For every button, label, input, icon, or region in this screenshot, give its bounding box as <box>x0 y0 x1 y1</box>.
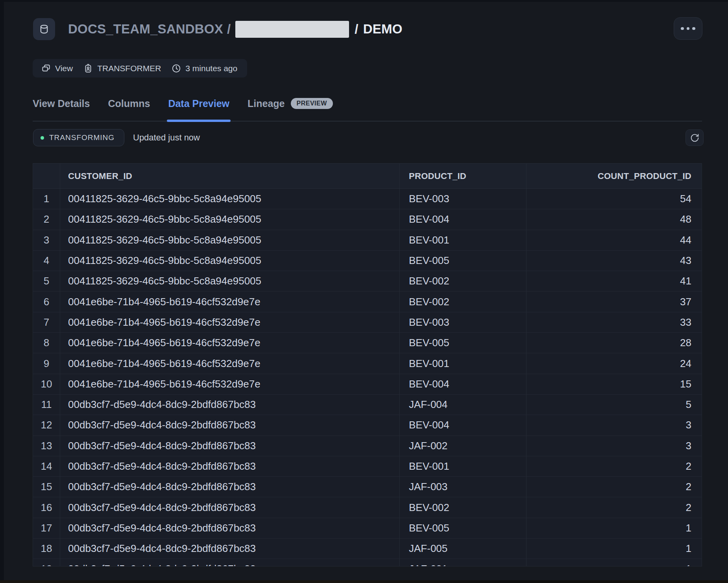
tab-label: Columns <box>108 98 150 109</box>
row-number-cell: 4 <box>33 251 60 271</box>
table-row: 17 00db3cf7-d5e9-4dc4-8dc9-2bdfd867bc83 … <box>33 518 702 539</box>
product-id-cell: BEV-001 <box>399 230 526 250</box>
tab-label: Lineage <box>248 98 285 109</box>
product-id-cell: BEV-002 <box>399 497 526 517</box>
refresh-button[interactable] <box>686 129 704 146</box>
count-cell: 2 <box>526 497 702 517</box>
clock-icon <box>171 63 181 74</box>
meta-item-object-type: View <box>41 63 73 74</box>
column-header-row-number <box>33 164 60 188</box>
product-id-cell: BEV-002 <box>399 271 526 291</box>
column-header-product-id: PRODUCT_ID <box>399 164 526 188</box>
product-id-cell: BEV-003 <box>399 312 526 332</box>
grid-body: 1 00411825-3629-46c5-9bbc-5c8a94e95005 B… <box>33 189 702 566</box>
customer-id-cell: 00db3cf7-d5e9-4dc4-8dc9-2bdfd867bc83 <box>60 559 399 566</box>
ellipsis-icon <box>681 27 695 30</box>
table-row: 6 0041e6be-71b4-4965-b619-46cf532d9e7e B… <box>33 292 702 312</box>
refresh-icon <box>690 133 700 143</box>
tab-view-details[interactable]: View Details <box>33 97 90 110</box>
product-id-cell: BEV-005 <box>399 518 526 538</box>
meta-item-created: 3 minutes ago <box>171 63 237 74</box>
table-row: 13 00db3cf7-d5e9-4dc4-8dc9-2bdfd867bc83 … <box>33 436 702 456</box>
row-number-cell: 5 <box>33 271 60 291</box>
count-cell: 44 <box>526 230 702 250</box>
customer-id-cell: 00411825-3629-46c5-9bbc-5c8a94e95005 <box>60 230 399 250</box>
table-row: 7 0041e6be-71b4-4965-b619-46cf532d9e7e B… <box>33 312 702 333</box>
customer-id-cell: 00411825-3629-46c5-9bbc-5c8a94e95005 <box>60 271 399 291</box>
breadcrumb-database: DOCS_TEAM_SANDBOX <box>68 22 223 37</box>
more-actions-button[interactable] <box>674 17 702 40</box>
count-cell: 37 <box>526 292 702 312</box>
product-id-cell: BEV-004 <box>399 209 526 229</box>
meta-bar: View TRANSFORMER 3 minutes ago <box>33 59 247 77</box>
row-number-cell: 9 <box>33 353 60 373</box>
row-number-cell: 8 <box>33 333 60 353</box>
tab-label: Data Preview <box>168 98 229 109</box>
row-number-cell: 17 <box>33 518 60 538</box>
layers-icon <box>41 63 51 74</box>
row-number-cell: 11 <box>33 395 60 415</box>
product-id-cell: JAF-005 <box>399 539 526 559</box>
count-cell: 33 <box>526 312 702 332</box>
row-number-cell: 16 <box>33 497 60 517</box>
table-row: 2 00411825-3629-46c5-9bbc-5c8a94e95005 B… <box>33 209 702 230</box>
row-number-cell: 14 <box>33 456 60 476</box>
customer-id-cell: 0041e6be-71b4-4965-b619-46cf532d9e7e <box>60 353 399 373</box>
count-cell: 1 <box>526 539 702 559</box>
status-badge: TRANSFORMING <box>33 129 124 146</box>
count-cell: 5 <box>526 395 702 415</box>
customer-id-cell: 00db3cf7-d5e9-4dc4-8dc9-2bdfd867bc83 <box>60 456 399 476</box>
tab-columns[interactable]: Columns <box>108 97 150 110</box>
tab-bar: View Details Columns Data Preview Lineag… <box>33 97 702 121</box>
product-id-cell: BEV-002 <box>399 292 526 312</box>
table-row: 11 00db3cf7-d5e9-4dc4-8dc9-2bdfd867bc83 … <box>33 395 702 415</box>
row-number-cell: 18 <box>33 539 60 559</box>
customer-id-cell: 00411825-3629-46c5-9bbc-5c8a94e95005 <box>60 251 399 271</box>
row-number-cell: 6 <box>33 292 60 312</box>
table-row: 3 00411825-3629-46c5-9bbc-5c8a94e95005 B… <box>33 230 702 251</box>
row-number-cell: 1 <box>33 189 60 209</box>
row-number-cell: 10 <box>33 374 60 394</box>
window-edge-bottom <box>0 580 728 583</box>
meta-item-role: TRANSFORMER <box>83 63 161 74</box>
customer-id-cell: 00db3cf7-d5e9-4dc4-8dc9-2bdfd867bc83 <box>60 436 399 456</box>
count-cell: 3 <box>526 436 702 456</box>
count-cell: 1 <box>526 518 702 538</box>
row-number-cell: 19 <box>33 559 60 566</box>
table-row: 1 00411825-3629-46c5-9bbc-5c8a94e95005 B… <box>33 189 702 209</box>
row-number-cell: 12 <box>33 415 60 435</box>
table-row: 5 00411825-3629-46c5-9bbc-5c8a94e95005 B… <box>33 271 702 292</box>
tab-lineage[interactable]: Lineage PREVIEW <box>248 97 333 110</box>
tab-data-preview[interactable]: Data Preview <box>168 97 229 110</box>
customer-id-cell: 00db3cf7-d5e9-4dc4-8dc9-2bdfd867bc83 <box>60 477 399 497</box>
row-number-cell: 2 <box>33 209 60 229</box>
status-label: TRANSFORMING <box>49 133 115 142</box>
breadcrumb: DOCS_TEAM_SANDBOX / / DEMO <box>68 18 403 40</box>
grid-header: CUSTOMER_ID PRODUCT_ID COUNT_PRODUCT_ID <box>33 164 702 189</box>
count-cell: 28 <box>526 333 702 353</box>
customer-id-cell: 0041e6be-71b4-4965-b619-46cf532d9e7e <box>60 333 399 353</box>
row-number-cell: 15 <box>33 477 60 497</box>
row-number-cell: 3 <box>33 230 60 250</box>
customer-id-cell: 00db3cf7-d5e9-4dc4-8dc9-2bdfd867bc83 <box>60 539 399 559</box>
table-row: 15 00db3cf7-d5e9-4dc4-8dc9-2bdfd867bc83 … <box>33 477 702 497</box>
product-id-cell: BEV-001 <box>399 353 526 373</box>
count-cell: 41 <box>526 271 702 291</box>
window-edge-top <box>0 0 728 2</box>
count-cell: 2 <box>526 477 702 497</box>
data-grid[interactable]: CUSTOMER_ID PRODUCT_ID COUNT_PRODUCT_ID … <box>33 163 702 566</box>
product-id-cell: JAF-002 <box>399 436 526 456</box>
breadcrumb-separator: / <box>355 22 358 37</box>
customer-id-cell: 00db3cf7-d5e9-4dc4-8dc9-2bdfd867bc83 <box>60 415 399 435</box>
count-cell: 1 <box>526 559 702 566</box>
table-row: 14 00db3cf7-d5e9-4dc4-8dc9-2bdfd867bc83 … <box>33 456 702 477</box>
table-row: 18 00db3cf7-d5e9-4dc4-8dc9-2bdfd867bc83 … <box>33 539 702 559</box>
tab-label: View Details <box>33 98 90 109</box>
product-id-cell: BEV-004 <box>399 374 526 394</box>
object-type-label: View <box>55 64 73 73</box>
count-cell: 48 <box>526 209 702 229</box>
product-id-cell: JAF-004 <box>399 395 526 415</box>
table-row: 12 00db3cf7-d5e9-4dc4-8dc9-2bdfd867bc83 … <box>33 415 702 435</box>
table-row: 10 0041e6be-71b4-4965-b619-46cf532d9e7e … <box>33 374 702 395</box>
customer-id-cell: 0041e6be-71b4-4965-b619-46cf532d9e7e <box>60 312 399 332</box>
